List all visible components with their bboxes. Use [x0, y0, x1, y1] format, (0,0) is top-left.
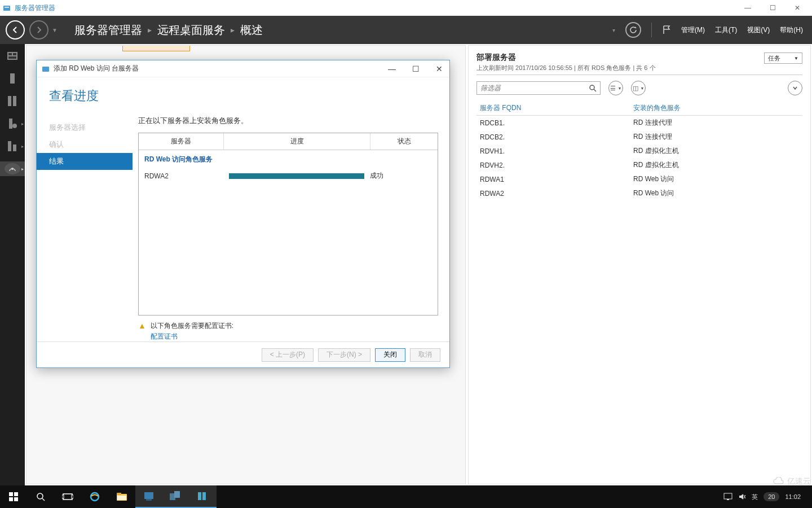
expand-button[interactable] [788, 81, 802, 95]
notifications-flag-icon[interactable] [662, 25, 671, 35]
tray-clock[interactable]: 11:02 [785, 493, 801, 500]
col-server[interactable]: 服务器 [139, 133, 223, 150]
progress-grid: 服务器 进度 状态 RD Web 访问角色服务 RDWA2 成功 [138, 133, 438, 316]
svg-line-22 [42, 498, 45, 501]
explorer-icon[interactable] [108, 485, 135, 508]
dialog-close-button[interactable]: ✕ [434, 64, 445, 73]
col-progress[interactable]: 进度 [223, 133, 370, 150]
dialog-titlebar[interactable]: 添加 RD Web 访问 台服务器 — ☐ ✕ [37, 60, 449, 77]
chevron-right-icon: ▸ [21, 121, 24, 126]
close-button[interactable]: 关闭 [375, 348, 405, 362]
refresh-button[interactable] [625, 22, 641, 38]
nav-forward-button[interactable] [29, 20, 48, 40]
menu-help[interactable]: 帮助(H) [780, 25, 803, 35]
info-banner-fragment [122, 46, 190, 51]
breadcrumb-page[interactable]: 概述 [240, 23, 263, 38]
nav-all-servers-icon[interactable] [0, 94, 25, 108]
start-button[interactable] [0, 485, 27, 508]
svg-rect-30 [144, 492, 153, 499]
left-nav-strip: ▸ ▸ ▸ [0, 44, 25, 508]
search-icon[interactable] [589, 84, 597, 92]
svg-rect-24 [62, 495, 64, 498]
svg-rect-20 [14, 497, 18, 501]
table-row[interactable]: RDVH1.RD 虚拟化主机 [476, 144, 802, 158]
dialog-minimize-button[interactable]: — [386, 64, 398, 73]
separator: | [572, 64, 577, 71]
table-row[interactable]: RDCB1.RD 连接代理 [476, 116, 802, 130]
menu-tools[interactable]: 工具(T) [715, 25, 737, 35]
taskview-icon[interactable] [54, 485, 81, 508]
svg-rect-9 [9, 119, 12, 129]
step-confirm: 确认 [37, 136, 133, 153]
svg-rect-19 [9, 497, 13, 501]
tray-volume-icon[interactable] [738, 493, 746, 501]
view-options-button[interactable]: ☰▼ [608, 81, 623, 95]
cell-fqdn: RDCB1. [476, 116, 630, 130]
search-icon[interactable] [27, 485, 54, 508]
nav-dropdown-icon[interactable]: ▼ [52, 27, 58, 33]
cell-role: RD Web 访问 [630, 186, 802, 200]
cell-status: 成功 [364, 171, 432, 181]
svg-point-14 [590, 85, 594, 90]
dialog-title: 添加 RD Web 访问 台服务器 [54, 64, 139, 73]
svg-rect-34 [198, 492, 201, 500]
ie-icon[interactable] [81, 485, 108, 508]
svg-rect-0 [3, 6, 10, 11]
separator [651, 23, 652, 37]
filter-input[interactable] [480, 84, 589, 92]
window-close-button[interactable]: ✕ [785, 0, 810, 16]
svg-point-21 [37, 493, 43, 499]
ime-indicator[interactable]: 20 [764, 492, 779, 501]
nav-local-server-icon[interactable] [0, 71, 25, 86]
grid-row: RDWA2 成功 [139, 169, 438, 183]
nav-rds-icon[interactable]: ▸ [0, 161, 25, 176]
table-row[interactable]: RDWA1RD Web 访问 [476, 172, 802, 186]
taskbar-app2-icon[interactable] [162, 485, 189, 508]
cell-progress [229, 173, 364, 179]
server-manager-icon[interactable] [135, 485, 162, 508]
table-row[interactable]: RDWA2RD Web 访问 [476, 186, 802, 200]
breadcrumb-section[interactable]: 远程桌面服务 [157, 23, 225, 38]
nav-dropdown-icon[interactable]: ▾ [612, 27, 615, 33]
ime-lang[interactable]: 英 [752, 493, 758, 501]
col-role[interactable]: 安装的角色服务 [630, 101, 802, 116]
svg-rect-12 [13, 144, 16, 151]
tasks-dropdown[interactable]: 任务 ▼ [764, 52, 802, 64]
tasks-label: 任务 [768, 54, 780, 63]
add-rdweb-dialog: 添加 RD Web 访问 台服务器 — ☐ ✕ 查看进度 服务器选择 确认 结果… [36, 60, 450, 368]
menu-manage[interactable]: 管理(M) [681, 25, 705, 35]
svg-rect-16 [42, 67, 49, 72]
window-maximize-button[interactable]: ☐ [760, 0, 785, 16]
breadcrumb-root[interactable]: 服务器管理器 [74, 23, 142, 38]
svg-rect-37 [727, 499, 729, 500]
table-row[interactable]: RDCB2.RD 连接代理 [476, 130, 802, 144]
warning-icon: ▲ [138, 321, 146, 330]
save-query-button[interactable]: ◫▼ [631, 81, 646, 95]
taskbar[interactable]: 英 20 11:02 [0, 485, 812, 508]
svg-rect-31 [146, 499, 152, 501]
meta-time: 2017/10/26 10:56:55 [515, 64, 572, 71]
chevron-right-icon: ▸ [21, 167, 24, 172]
nav-iis-icon[interactable]: ▸ [0, 139, 25, 154]
svg-rect-11 [8, 141, 11, 151]
col-fqdn[interactable]: 服务器 FQDN [476, 101, 630, 116]
nav-back-button[interactable] [6, 20, 25, 40]
nav-fileservices-icon[interactable]: ▸ [0, 116, 25, 131]
prev-button: < 上一步(P) [262, 348, 314, 362]
nav-dashboard-icon[interactable] [0, 49, 25, 63]
col-status[interactable]: 状态 [370, 133, 438, 150]
configure-cert-link[interactable]: 配置证书 [151, 332, 233, 341]
cell-role: RD Web 访问 [630, 172, 802, 186]
table-row[interactable]: RDVH2.RD 虚拟化主机 [476, 158, 802, 172]
window-minimize-button[interactable]: — [735, 0, 760, 16]
cell-server: RDWA2 [144, 172, 229, 180]
taskbar-app3-icon[interactable] [189, 485, 217, 508]
cell-role: RD 连接代理 [630, 116, 802, 130]
menu-view[interactable]: 视图(V) [747, 25, 770, 35]
tray-network-icon[interactable] [723, 493, 732, 501]
dialog-maximize-button[interactable]: ☐ [410, 64, 421, 73]
filter-box[interactable] [476, 81, 601, 95]
cell-fqdn: RDVH2. [476, 158, 630, 172]
svg-rect-36 [724, 493, 732, 499]
step-result[interactable]: 结果 [37, 153, 133, 170]
